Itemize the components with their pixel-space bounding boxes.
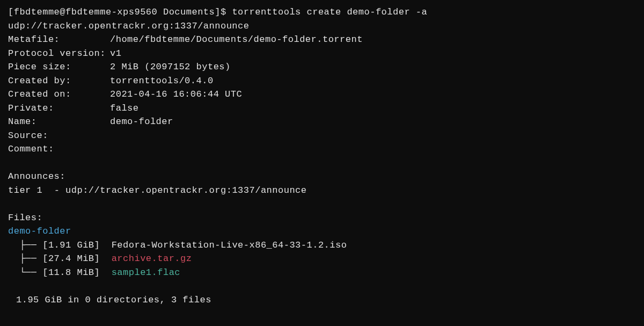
file-size: [27.4 MiB]: [42, 253, 111, 264]
command-prompt-line: [fbdtemme@fbdtemme-xps9560 Documents]$ t…: [8, 5, 636, 33]
blank-line-2: [8, 197, 636, 211]
protocol-line: Protocol version:v1: [8, 47, 636, 61]
root-folder: demo-folder: [8, 224, 636, 238]
comment-line: Comment:: [8, 142, 636, 156]
shell-prompt: [fbdtemme@fbdtemme-xps9560 Documents]$: [8, 7, 226, 17]
tier-url: - udp://tracker.opentrackr.org:1337/anno…: [54, 185, 307, 195]
file-name: archive.tar.gz: [112, 253, 192, 264]
private-line: Private:false: [8, 102, 636, 115]
file-size: [11.8 MiB]: [42, 267, 111, 278]
name-label: Name:: [8, 115, 110, 129]
name-line: Name:demo-folder: [8, 115, 636, 129]
announces-header: Announces:: [8, 170, 636, 184]
blank-line-1: [8, 156, 636, 170]
source-label: Source:: [8, 129, 110, 143]
created-on-label: Created on:: [8, 88, 110, 102]
tree-branch-icon: └──: [8, 267, 42, 278]
piece-size-label: Piece size:: [8, 60, 110, 74]
file-tree-item: ├── [1.91 GiB] Fedora-Workstation-Live-x…: [8, 238, 636, 252]
tier-label: tier 1: [8, 185, 42, 195]
terminal-output: [fbdtemme@fbdtemme-xps9560 Documents]$ t…: [8, 5, 636, 307]
private-label: Private:: [8, 102, 110, 115]
summary-line: 1.95 GiB in 0 directories, 3 files: [8, 293, 636, 307]
protocol-label: Protocol version:: [8, 47, 110, 61]
name-value: demo-folder: [110, 117, 173, 127]
created-by-value: torrenttools/0.4.0: [110, 76, 214, 86]
piece-size-line: Piece size:2 MiB (2097152 bytes): [8, 60, 636, 74]
protocol-value: v1: [110, 48, 121, 59]
file-name: Fedora-Workstation-Live-x86_64-33-1.2.is…: [112, 240, 347, 250]
file-size: [1.91 GiB]: [42, 240, 111, 250]
file-tree-item: ├── [27.4 MiB] archive.tar.gz: [8, 252, 636, 266]
files-header: Files:: [8, 211, 636, 225]
metafile-label: Metafile:: [8, 33, 110, 47]
piece-size-value: 2 MiB (2097152 bytes): [110, 62, 231, 72]
metafile-line: Metafile:/home/fbdtemme/Documents/demo-f…: [8, 33, 636, 47]
created-on-value: 2021-04-16 16:06:44 UTC: [110, 89, 242, 99]
blank-line-3: [8, 279, 636, 293]
file-name: sample1.flac: [112, 267, 180, 278]
created-by-line: Created by:torrenttools/0.4.0: [8, 74, 636, 88]
created-on-line: Created on:2021-04-16 16:06:44 UTC: [8, 88, 636, 102]
created-by-label: Created by:: [8, 74, 110, 88]
private-value: false: [110, 103, 139, 113]
comment-label: Comment:: [8, 142, 110, 156]
tree-branch-icon: ├──: [8, 253, 42, 264]
metafile-value: /home/fbdtemme/Documents/demo-folder.tor…: [110, 34, 363, 45]
file-tree: ├── [1.91 GiB] Fedora-Workstation-Live-x…: [8, 238, 636, 280]
file-tree-item: └── [11.8 MiB] sample1.flac: [8, 266, 636, 280]
announce-tier-line: tier 1 - udp://tracker.opentrackr.org:13…: [8, 184, 636, 198]
source-line: Source:: [8, 129, 636, 143]
tree-branch-icon: ├──: [8, 240, 42, 250]
